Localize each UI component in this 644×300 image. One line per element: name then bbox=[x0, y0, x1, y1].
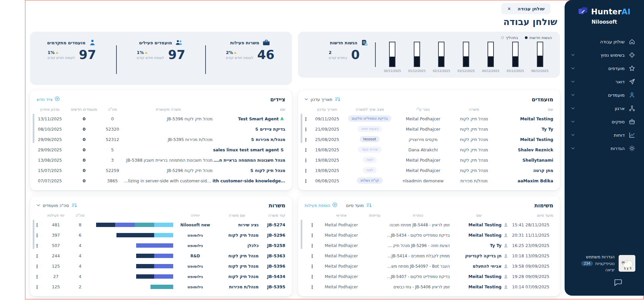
kebab-menu-icon[interactable]: ⋮ bbox=[310, 264, 315, 269]
table-row[interactable]: Meital Testingמנהל תיק לקוחMeital Podhaj… bbox=[305, 114, 553, 124]
sidebar-item-2[interactable]: מועדפים bbox=[565, 62, 644, 75]
table-row[interactable]: מנהל תיק לקוחSמנהל תיק לקוח JB-529652259… bbox=[37, 165, 285, 176]
table-row[interactable]: Shalev Reznickמנהל תיק לקוחDana Atrakchi… bbox=[305, 145, 553, 155]
hunter-name[interactable]: Test Smart AgentA bbox=[213, 116, 285, 121]
task-candidate-name[interactable]: Meital Testing bbox=[450, 233, 508, 238]
new-hunter-button[interactable]: צייד חדש bbox=[37, 96, 60, 102]
kebab-menu-icon[interactable]: ⋮ bbox=[35, 222, 39, 228]
task-candidate-name[interactable]: Meital Testing bbox=[450, 284, 508, 289]
chat-icon[interactable] bbox=[613, 278, 623, 288]
scrollbar[interactable] bbox=[301, 114, 302, 143]
user-settings-link[interactable]: הגדרות משתמש bbox=[586, 254, 615, 259]
sidebar-item-1[interactable]: בשימוש נפוץ bbox=[565, 48, 644, 62]
legend-item-0[interactable]: הגשות חדשות bbox=[525, 35, 552, 40]
table-row[interactable]: 16:25 23/09/2025Ty Tyהצעת חוזה - JB-5296… bbox=[305, 240, 553, 251]
sidebar-item-0[interactable]: שולחן עבודה bbox=[565, 35, 644, 48]
avatar[interactable] bbox=[619, 255, 635, 272]
candidate-name[interactable]: Shellytanami bbox=[498, 158, 553, 163]
kebab-menu-icon[interactable]: ⋮ bbox=[35, 284, 39, 290]
job-name[interactable]: מנהל/ת מכירות bbox=[215, 284, 259, 289]
job-name[interactable]: מנהל תיק לקוח bbox=[215, 233, 259, 238]
job-code[interactable]: JB-5395 bbox=[259, 284, 285, 289]
chevron-down-icon[interactable] bbox=[305, 98, 308, 100]
kebab-menu-icon[interactable]: ⋮ bbox=[35, 264, 39, 269]
candidate-name[interactable]: מתן קרטה bbox=[498, 168, 553, 173]
kebab-menu-icon[interactable]: ⋮ bbox=[304, 178, 308, 184]
sidebar-item-3[interactable]: דואר bbox=[565, 75, 644, 88]
table-row[interactable]: 15:41 28/11/2025Meital Testingזומן לראיו… bbox=[305, 220, 553, 230]
kebab-menu-icon[interactable]: ⋮ bbox=[304, 158, 308, 163]
table-row[interactable]: Test Smart AgentAמנהל תיק לקוח JB-539600… bbox=[37, 114, 285, 124]
candidate-name[interactable]: Ty Ty bbox=[498, 127, 553, 132]
job-code[interactable]: JB-5396 bbox=[259, 264, 285, 269]
kebab-menu-icon[interactable]: ⋮ bbox=[304, 116, 308, 122]
sidebar-item-4[interactable]: מועמדים bbox=[565, 88, 644, 102]
table-row[interactable]: JB-5274נציג שירותNiloosoft new8481⋮ bbox=[37, 220, 285, 230]
task-candidate-name[interactable]: Ty Ty bbox=[450, 243, 508, 248]
sort-icon[interactable] bbox=[72, 203, 77, 208]
table-row[interactable]: JB-5434מנהל תיק לקוחנילוסופט427⋮ bbox=[37, 271, 285, 282]
table-row[interactable]: ith customer-side knowledge)S...lizing i… bbox=[37, 176, 285, 186]
hunter-name[interactable]: מנהל/ת מכירותS bbox=[213, 137, 285, 142]
kebab-menu-icon[interactable]: ⋮ bbox=[35, 253, 39, 259]
kebab-menu-icon[interactable]: ⋮ bbox=[304, 168, 308, 173]
job-code[interactable]: JB-5363 bbox=[259, 253, 285, 258]
sidebar-item-5[interactable]: ארגון bbox=[565, 102, 644, 115]
table-row[interactable]: JB-5296מנהל תיק לקוחנילוסופט6397⋮ bbox=[37, 230, 285, 240]
sidebar-item-8[interactable]: הגדרות bbox=[565, 142, 644, 155]
candidate-name[interactable]: aaMaxim Bdika bbox=[498, 178, 553, 183]
jobs-sort-field[interactable]: סה"כ מועמדים bbox=[43, 203, 69, 208]
hunter-name[interactable]: מנהל חשבונות המתמחה בראיית ח...S bbox=[213, 158, 285, 163]
table-row[interactable]: מתן קרטהמנהל תיק לקוחMeital Podhajcerלמה… bbox=[305, 165, 553, 176]
hunter-name[interactable]: מנהל תיק לקוחS bbox=[213, 168, 285, 173]
sidebar-item-7[interactable]: דוחות bbox=[565, 128, 644, 142]
hunter-name[interactable]: ith customer-side knowledge)S bbox=[213, 178, 285, 183]
notifications-link[interactable]: נוטיפיקציות bbox=[595, 261, 615, 266]
chevron-down-icon[interactable] bbox=[37, 204, 40, 206]
table-row[interactable]: Ty Tyמנהל תיק לקוחMeital Podhajcerהצעת ח… bbox=[305, 124, 553, 134]
kebab-menu-icon[interactable]: ⋮ bbox=[310, 233, 315, 238]
table-row[interactable]: מנהל/ת מכירותSמנהל/ת מכירות JB-539552312… bbox=[37, 134, 285, 145]
kebab-menu-icon[interactable]: ⋮ bbox=[304, 127, 308, 132]
scrollbar[interactable] bbox=[33, 220, 34, 249]
add-activity-button[interactable]: הוספת פעילות bbox=[305, 202, 337, 208]
kebab-menu-icon[interactable]: ⋮ bbox=[310, 243, 315, 248]
task-candidate-name[interactable]: אביחי להתעלם bbox=[450, 264, 508, 269]
job-code[interactable]: JB-5274 bbox=[259, 222, 285, 227]
kebab-menu-icon[interactable]: ⋮ bbox=[310, 284, 315, 290]
logout-link[interactable]: יציאה bbox=[605, 268, 615, 272]
job-name[interactable]: מנהל תיק לקוח bbox=[215, 264, 259, 269]
kebab-menu-icon[interactable]: ⋮ bbox=[35, 274, 39, 279]
tasks-sort-field[interactable]: מועד סיום bbox=[346, 203, 364, 208]
job-code[interactable]: JB-5434 bbox=[259, 274, 285, 279]
table-row[interactable]: aaMaxim Bdikaמנהל/ת מכירותnlsadmin demon… bbox=[305, 176, 553, 186]
kebab-menu-icon[interactable]: ⋮ bbox=[304, 137, 308, 142]
tab-work-desk[interactable]: שולחן עבודה ✕ bbox=[501, 3, 551, 14]
job-name[interactable]: כלכלן bbox=[215, 243, 259, 248]
table-row[interactable]: 19:28 09/09/2025Meital Testingבדיקת טמפל… bbox=[305, 271, 553, 282]
kebab-menu-icon[interactable]: ⋮ bbox=[35, 233, 39, 238]
table-row[interactable]: מנהל חשבונות המתמחה בראיית ח...Sמנהל חשב… bbox=[37, 155, 285, 165]
job-code[interactable]: JB-5258 bbox=[259, 243, 285, 248]
sidebar-item-6[interactable]: ספקים bbox=[565, 115, 644, 128]
table-row[interactable]: 10:14 07/09/2025Meital Testingזומן לראיו… bbox=[305, 282, 553, 292]
kebab-menu-icon[interactable]: ⋮ bbox=[304, 147, 308, 153]
table-row[interactable]: Meital Testingמנהל תיק לקוחמקסים מירוצני… bbox=[305, 134, 553, 145]
scrollbar[interactable] bbox=[33, 114, 34, 143]
table-row[interactable]: JB-5363מנהל תיק לקוחR&D4244⋮ bbox=[37, 251, 285, 261]
sort-icon[interactable] bbox=[335, 97, 340, 102]
hunter-name[interactable]: בדיקת ציידיםS bbox=[213, 127, 285, 132]
job-name[interactable]: נציג שירות bbox=[215, 222, 259, 227]
job-name[interactable]: מנהל תיק לקוח bbox=[215, 274, 259, 279]
table-row[interactable]: Shellytanamiמנהל תיק לקוחMeital Podhajce… bbox=[305, 155, 553, 165]
scrollbar[interactable] bbox=[301, 220, 302, 249]
table-row[interactable]: JB-5258כלכלןנילוסופט4507⋮ bbox=[37, 240, 285, 251]
brand-logo[interactable]: HunterAI bbox=[565, 0, 644, 17]
table-row[interactable]: בדיקת ציידיםS52320008/10/2025 bbox=[37, 124, 285, 134]
table-row[interactable]: 20:31 11/11/2025Meital Testingבדיקת טמפל… bbox=[305, 230, 553, 240]
candidate-name[interactable]: Meital Testing bbox=[498, 116, 553, 121]
table-row[interactable]: sales linux test smart agentS5029/09/202… bbox=[37, 145, 285, 155]
table-row[interactable]: 10:18 13/09/2025חן בדיקה לקנדיטקממתין לק… bbox=[305, 251, 553, 261]
table-row[interactable]: JB-5396מנהל תיק לקוחנילוסופט4125⋮ bbox=[37, 261, 285, 271]
legend-item-1[interactable]: בתהליך bbox=[501, 35, 518, 40]
